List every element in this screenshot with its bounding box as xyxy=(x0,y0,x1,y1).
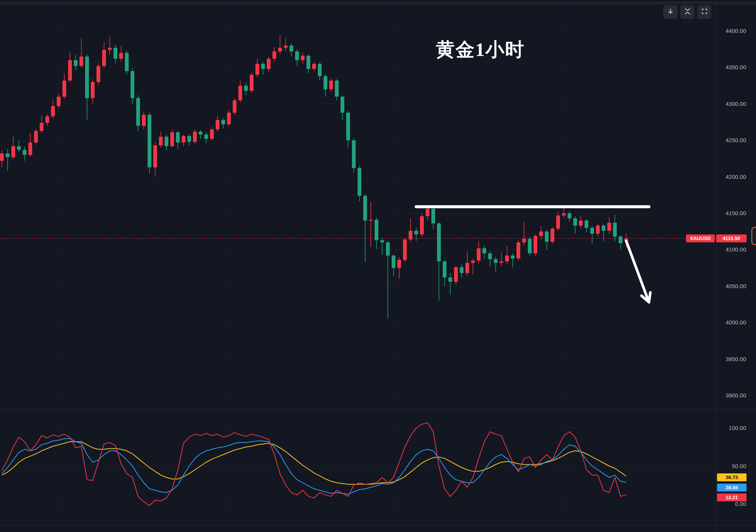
last-price-label: 4115.50 xyxy=(716,234,747,242)
scroll-to-realtime-button[interactable] xyxy=(663,5,677,19)
candle-body xyxy=(562,213,566,216)
kdj-d-value-badge: 36.73 xyxy=(717,473,747,481)
candle-body xyxy=(108,48,112,50)
candle-body xyxy=(409,231,412,239)
candle-body xyxy=(11,146,15,157)
price-tick-label: 4350.00 xyxy=(719,64,746,71)
candle-body xyxy=(556,216,560,229)
candle-body xyxy=(0,154,4,161)
candle-body xyxy=(204,135,208,139)
price-tick-label: 4250.00 xyxy=(719,137,746,144)
candle-body xyxy=(142,115,146,126)
fullscreen-button[interactable] xyxy=(697,5,711,19)
price-tick-label: 4200.00 xyxy=(719,174,746,180)
candle-body xyxy=(57,97,61,106)
candle-body xyxy=(596,226,600,234)
candle-body xyxy=(346,113,350,140)
candle-body xyxy=(68,60,72,81)
chart-canvas[interactable] xyxy=(0,0,756,532)
candle-body xyxy=(91,82,95,98)
candle-body xyxy=(602,226,605,231)
candle-body xyxy=(34,131,38,143)
price-axis-divider xyxy=(716,4,716,532)
candle-body xyxy=(369,220,373,220)
axis-edge-button[interactable] xyxy=(751,227,756,245)
candle-body xyxy=(255,64,259,75)
candle-body xyxy=(590,228,594,234)
candle-body xyxy=(619,237,622,243)
candle-body xyxy=(250,75,254,91)
candle-body xyxy=(579,220,583,225)
candle-body xyxy=(182,136,185,143)
price-tick-label: 3950.00 xyxy=(719,356,746,363)
candle-body xyxy=(45,116,49,123)
candle-body xyxy=(545,231,549,242)
candle-body xyxy=(159,137,163,146)
candle-body xyxy=(448,278,452,282)
fullscreen-icon xyxy=(701,8,708,16)
candle-body xyxy=(210,129,214,139)
candle-body xyxy=(511,256,515,259)
candle-body xyxy=(193,132,197,142)
candle-body xyxy=(499,261,503,263)
candle-body xyxy=(324,76,327,90)
candle-body xyxy=(51,106,55,116)
candle-body xyxy=(227,113,231,124)
candle-body xyxy=(568,213,571,218)
candle-body xyxy=(426,209,429,216)
candle-body xyxy=(318,64,322,76)
candle-body xyxy=(443,261,446,277)
candle-body xyxy=(187,136,191,142)
candle-body xyxy=(119,53,123,59)
candle-body xyxy=(114,48,117,59)
price-tick-label: 4300.00 xyxy=(719,101,746,107)
candle-body xyxy=(585,220,588,228)
candle-body xyxy=(482,248,486,253)
candle-body xyxy=(165,137,168,146)
candle-body xyxy=(23,150,26,155)
candle-body xyxy=(341,97,344,113)
candle-body xyxy=(216,120,219,129)
symbol-price-label: XAUUSD xyxy=(686,234,715,242)
candle-body xyxy=(74,60,78,66)
candle-body xyxy=(272,51,276,59)
candle-body xyxy=(301,56,305,60)
candle-body xyxy=(397,260,401,268)
price-tick-label: 4100.00 xyxy=(719,246,746,253)
panel-divider[interactable] xyxy=(0,409,756,409)
arrow-down-icon xyxy=(667,8,674,16)
candle-body xyxy=(79,56,83,66)
candle-body xyxy=(539,231,543,236)
candle-body xyxy=(465,263,469,273)
candle-body xyxy=(131,71,134,98)
indicator-tick-label: 100.00 xyxy=(719,425,746,431)
chart-title: 黄金1小时 xyxy=(436,37,525,62)
candle-body xyxy=(289,46,293,51)
candle-body xyxy=(505,256,509,261)
candle-body xyxy=(6,154,9,157)
candle-body xyxy=(431,209,435,223)
kdj-line-j xyxy=(2,423,626,506)
candle-body xyxy=(199,132,202,135)
candle-body xyxy=(534,236,537,253)
candle-body xyxy=(153,146,157,168)
candle-body xyxy=(267,59,271,69)
candle-body xyxy=(261,64,265,69)
collapse-panel-button[interactable] xyxy=(680,5,694,19)
indicator-tick-label: 50.00 xyxy=(719,463,746,470)
candle-body xyxy=(125,53,129,71)
candle-body xyxy=(380,240,384,242)
candle-body xyxy=(62,81,66,96)
collapse-panel-icon xyxy=(684,8,691,16)
candle-body xyxy=(278,48,282,51)
candle-body xyxy=(102,50,106,66)
candle-body xyxy=(40,123,44,131)
candle-body xyxy=(551,228,554,242)
candle-body xyxy=(96,66,100,82)
candle-body xyxy=(488,253,492,259)
price-tick-label: 3900.00 xyxy=(719,392,746,399)
candle-body xyxy=(352,140,356,168)
candle-body xyxy=(148,115,151,168)
candle-body xyxy=(403,239,407,260)
down-arrow-annotation[interactable] xyxy=(626,241,650,302)
